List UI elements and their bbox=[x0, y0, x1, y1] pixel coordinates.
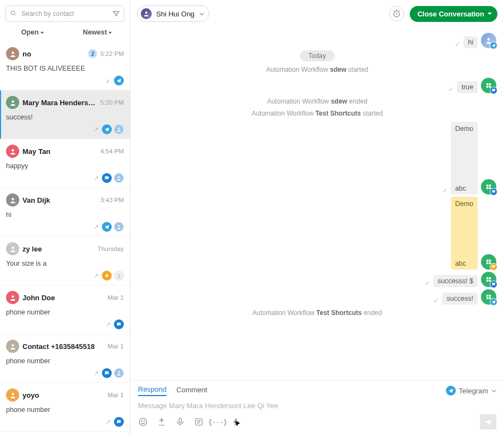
variable-icon[interactable]: {···} bbox=[213, 417, 222, 427]
system-message: Automation Workflow sdew started bbox=[138, 66, 496, 73]
avatar bbox=[6, 193, 19, 207]
svg-rect-20 bbox=[486, 83, 489, 85]
avatar bbox=[6, 291, 19, 304]
svg-point-9 bbox=[106, 274, 108, 277]
send-button[interactable] bbox=[480, 414, 496, 430]
svg-rect-22 bbox=[486, 86, 489, 88]
assignee-avatar-icon bbox=[114, 222, 124, 232]
chevron-down-icon bbox=[199, 12, 204, 16]
conversation-preview: THIS BOT IS ALIVEEEEE bbox=[6, 65, 124, 72]
message-bubble: abc bbox=[451, 257, 478, 270]
svg-point-42 bbox=[144, 421, 145, 422]
avatar bbox=[481, 33, 496, 48]
svg-point-17 bbox=[145, 12, 147, 14]
svg-point-5 bbox=[118, 176, 119, 178]
conversation-item[interactable]: Van Dijk 3:43 PM hi ↗ bbox=[0, 188, 130, 237]
conversation-time: Thursday bbox=[98, 245, 124, 252]
message-bubble: hi bbox=[463, 36, 478, 48]
avatar bbox=[6, 340, 19, 353]
tab-comment[interactable]: Comment bbox=[176, 386, 207, 396]
search-row bbox=[0, 0, 130, 25]
avatar bbox=[6, 388, 19, 402]
message-bubble: successs! $ bbox=[433, 275, 478, 287]
assignee-picker[interactable]: Shi Hui Ong bbox=[137, 5, 209, 22]
attach-icon[interactable] bbox=[157, 417, 167, 427]
svg-rect-21 bbox=[489, 83, 491, 85]
conversation-name: Mary Mara Hendersoni Lee … bbox=[22, 99, 97, 107]
assignee-avatar-icon bbox=[114, 173, 124, 183]
avatar bbox=[481, 289, 496, 305]
snooze-button[interactable] bbox=[389, 6, 404, 21]
conversation-item[interactable]: Coco Lee Feb 24 Coco ↗ bbox=[0, 432, 130, 435]
action-icon[interactable] bbox=[231, 417, 241, 427]
conversation-meta: ↗ bbox=[6, 173, 124, 183]
conversation-item[interactable]: Contact +1635845518 Mar 1 phone number ↗ bbox=[0, 334, 130, 383]
direction-icon: ↗ bbox=[94, 175, 99, 182]
filter-open[interactable]: Open bbox=[0, 28, 65, 36]
conversation-item[interactable]: Mary Mara Hendersoni Lee … 5:20 PM succe… bbox=[0, 90, 130, 139]
svg-point-2 bbox=[12, 100, 14, 102]
message-bubble: Demo bbox=[451, 122, 478, 182]
conversation-item[interactable]: yoyo Mar 1 phone number ↗ bbox=[0, 383, 130, 432]
telegram-icon bbox=[490, 42, 497, 49]
channel-icon bbox=[102, 271, 112, 281]
filter-newest[interactable]: Newest bbox=[65, 28, 130, 36]
close-conversation-button[interactable]: Close Conversation bbox=[410, 6, 497, 22]
assignee-name: Shi Hui Ong bbox=[156, 10, 194, 18]
svg-point-41 bbox=[141, 421, 142, 422]
conversation-name: zy lee bbox=[22, 245, 94, 253]
assignee-avatar bbox=[141, 8, 152, 19]
chevron-down-icon bbox=[491, 388, 496, 393]
message-row: ✓ successs! $ bbox=[138, 272, 496, 287]
check-icon: ✓ bbox=[442, 187, 448, 194]
sms-icon bbox=[490, 188, 497, 196]
avatar bbox=[481, 78, 496, 93]
mic-icon[interactable] bbox=[175, 417, 185, 427]
message-row: Demo abc bbox=[138, 197, 496, 270]
search-input[interactable] bbox=[5, 5, 124, 22]
telegram-icon bbox=[490, 298, 497, 306]
chat-scroll[interactable]: ✓ hi Today Automation Workflow sdew star… bbox=[130, 27, 504, 380]
topbar: Shi Hui Ong Close Conversation bbox=[130, 0, 504, 27]
direction-icon: ↗ bbox=[106, 321, 111, 328]
emoji-icon[interactable] bbox=[138, 417, 148, 427]
conversation-item[interactable]: zy lee Thursday Your size is a ↗ bbox=[0, 237, 130, 285]
conversation-time: 4:54 PM bbox=[100, 148, 124, 154]
conversation-item[interactable]: May Tan 4:54 PM happyy ↗ bbox=[0, 139, 130, 188]
unread-badge: 2 bbox=[88, 49, 97, 58]
conversation-time: Mar 1 bbox=[108, 343, 124, 350]
svg-rect-29 bbox=[489, 260, 491, 262]
sms-icon bbox=[490, 87, 497, 94]
sms-icon bbox=[114, 319, 124, 329]
system-message: Automation Workflow Test Shortcuts ended bbox=[138, 309, 496, 317]
message-row: ✓ success! bbox=[138, 289, 496, 305]
svg-rect-38 bbox=[486, 297, 489, 300]
direction-icon: ↗ bbox=[94, 370, 99, 377]
direction-icon: ↗ bbox=[94, 126, 99, 133]
svg-point-13 bbox=[118, 371, 119, 373]
conversation-list[interactable]: no 2 5:22 PM THIS BOT IS ALIVEEEEE ↙ Mar… bbox=[0, 42, 130, 435]
message-bubble: success! bbox=[442, 293, 478, 305]
direction-icon: ↗ bbox=[94, 272, 99, 279]
assignee-avatar-icon bbox=[114, 124, 124, 134]
conversation-meta: ↗ bbox=[6, 222, 124, 232]
avatar bbox=[6, 96, 19, 109]
conversation-item[interactable]: John Doe Mar 1 phone number ↗ bbox=[0, 285, 130, 334]
tab-respond[interactable]: Respond bbox=[138, 385, 167, 396]
avatar bbox=[6, 242, 19, 255]
conversation-time: 5:20 PM bbox=[100, 99, 124, 106]
svg-rect-33 bbox=[489, 277, 491, 279]
svg-rect-26 bbox=[486, 187, 489, 190]
channel-name: Telegram bbox=[459, 387, 488, 395]
filter-icon[interactable] bbox=[112, 10, 120, 18]
template-icon[interactable] bbox=[194, 417, 204, 427]
avatar bbox=[6, 145, 19, 158]
message-input[interactable] bbox=[138, 400, 496, 410]
conversation-item[interactable]: no 2 5:22 PM THIS BOT IS ALIVEEEEE ↙ bbox=[0, 42, 130, 90]
channel-picker[interactable]: Telegram bbox=[446, 386, 496, 396]
avatar bbox=[6, 47, 19, 60]
message-bubble: true bbox=[457, 81, 478, 93]
direction-icon: ↙ bbox=[106, 77, 111, 84]
svg-point-8 bbox=[12, 247, 14, 249]
conversation-meta: ↗ bbox=[6, 124, 124, 134]
